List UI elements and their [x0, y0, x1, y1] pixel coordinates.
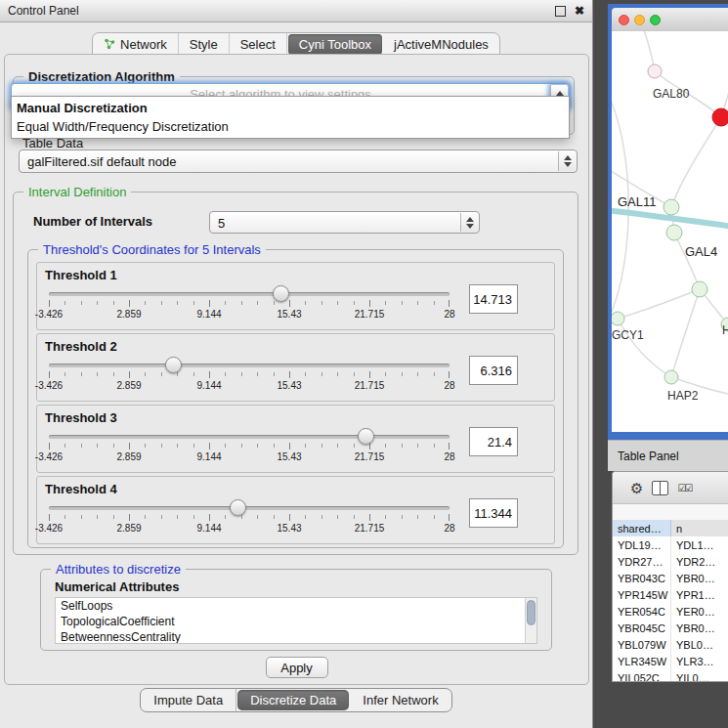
threshold-3-slider[interactable]: -3.426 2.859 9.144 15.43 21.715 28	[49, 427, 450, 466]
table-data-combo[interactable]: galFiltered.sif default node	[19, 150, 578, 173]
cyni-toolbox-panel: Discretization Algorithm Select algorith…	[4, 54, 589, 685]
table-row[interactable]: YER054C YER0…	[613, 603, 728, 620]
threshold-1-value-field[interactable]: 14.713	[469, 284, 518, 314]
table-cell[interactable]: YIL052C	[613, 669, 671, 681]
tick-label: 28	[444, 451, 454, 462]
tick-label: 28	[444, 380, 454, 391]
table-row[interactable]: YBR045C YBR0…	[613, 620, 728, 636]
tab-network[interactable]: Network	[93, 33, 179, 55]
tab-discretize-data[interactable]: Discretize Data	[237, 690, 349, 710]
tab-infer-network[interactable]: Infer Network	[350, 689, 450, 711]
table-body: YDL19… YDL1… YDR27… YDR2… YBR043C YBR0… …	[613, 536, 728, 681]
tab-select[interactable]: Select	[230, 33, 287, 55]
column-header-name[interactable]: n	[671, 520, 728, 536]
network-node[interactable]	[666, 225, 682, 240]
number-of-intervals-combo[interactable]: 5	[209, 211, 480, 234]
gear-icon[interactable]: ⚙	[630, 481, 643, 495]
scrollbar[interactable]	[525, 598, 536, 643]
table-cell[interactable]: YBL0…	[671, 636, 728, 653]
table-cell[interactable]: YIL0…	[671, 669, 728, 681]
slider-thumb[interactable]	[230, 499, 246, 516]
table-cell[interactable]: YPR145W	[613, 586, 671, 603]
network-canvas[interactable]: GAL80 GAL11 GAL4 GCY1 HAP2 H	[612, 31, 728, 432]
network-node[interactable]	[664, 199, 679, 215]
minimize-traffic-light[interactable]	[634, 15, 645, 25]
tab-jactivemnodules[interactable]: jActiveMNodules	[383, 33, 499, 55]
numerical-attributes-list[interactable]: SelfLoops TopologicalCoefficient Between…	[55, 597, 537, 644]
table-cell[interactable]: YPR1…	[671, 586, 728, 603]
combo-stepper-icon[interactable]	[460, 213, 478, 232]
table-row[interactable]: YBR043C YBR0…	[613, 570, 728, 586]
tab-style[interactable]: Style	[179, 33, 230, 55]
table-cell[interactable]: YDR2…	[671, 553, 728, 570]
threshold-label: Threshold 2	[45, 339, 554, 354]
table-cell[interactable]: YDL19…	[613, 536, 671, 553]
slider-thumb[interactable]	[273, 285, 289, 302]
network-window-titlebar	[612, 8, 728, 31]
table-cell[interactable]: YBR0…	[671, 620, 728, 636]
slider-thumb[interactable]	[165, 357, 182, 373]
list-item[interactable]: BetweennessCentrality	[56, 629, 536, 644]
slider-track[interactable]	[49, 435, 450, 439]
slider-track[interactable]	[49, 506, 450, 510]
network-node[interactable]	[664, 370, 678, 384]
table-panel-window: ⚙ ☑☑ shared… n YDL19… YDL1… YDR27… YDR2……	[612, 471, 728, 682]
popup-option-equal-width[interactable]: Equal Width/Frequency Discretization	[12, 117, 569, 136]
slider-track[interactable]	[49, 364, 450, 367]
select-columns-icon[interactable]: ☑☑	[677, 483, 691, 493]
float-window-icon[interactable]	[555, 6, 566, 17]
scrollbar-thumb[interactable]	[527, 600, 535, 625]
table-cell[interactable]: YBR0…	[671, 570, 728, 586]
threshold-4-value-field[interactable]: 11.344	[469, 498, 518, 528]
tab-cyni-toolbox[interactable]: Cyni Toolbox	[288, 34, 382, 55]
table-row[interactable]: YLR345W YLR3…	[613, 653, 728, 669]
top-tabbar: Network Style Select Cyni Toolbox jActiv…	[0, 32, 592, 56]
table-cell[interactable]: YBR045C	[613, 620, 671, 636]
table-row[interactable]: YDR27… YDR2…	[613, 553, 728, 570]
slider-thumb[interactable]	[358, 428, 374, 445]
tick-label: -3.426	[35, 451, 63, 462]
node-label: H	[722, 323, 728, 337]
apply-button[interactable]: Apply	[266, 657, 328, 678]
table-cell[interactable]: YBL079W	[613, 636, 671, 653]
table-cell[interactable]: YLR3…	[671, 653, 728, 669]
slider-minor-ticks	[49, 301, 450, 305]
table-cell[interactable]: YBR043C	[613, 570, 671, 586]
close-icon[interactable]: ✖	[575, 5, 584, 17]
table-row[interactable]: YPR145W YPR1…	[613, 586, 728, 603]
table-cell[interactable]: YLR345W	[613, 653, 671, 669]
tick-label: 2.859	[116, 451, 141, 462]
popup-option-manual[interactable]: Manual Discretization	[12, 99, 569, 117]
number-of-intervals-label: Number of Intervals	[33, 214, 152, 229]
tab-label: Infer Network	[363, 693, 438, 707]
table-row[interactable]: YIL052C YIL0…	[613, 669, 728, 681]
tick-label: 21.715	[355, 380, 385, 391]
threshold-1-slider[interactable]: -3.426 2.859 9.144 15.43 21.715 28	[49, 284, 450, 323]
list-item[interactable]: TopologicalCoefficient	[56, 614, 536, 629]
table-cell[interactable]: YER054C	[613, 603, 671, 620]
column-header-shared-name[interactable]: shared…	[613, 520, 671, 536]
threshold-4-slider[interactable]: -3.426 2.859 9.144 15.43 21.715 28	[49, 498, 450, 537]
slider-track[interactable]	[49, 292, 450, 296]
table-cell[interactable]: YDR27…	[613, 553, 671, 570]
network-node-selected[interactable]	[712, 108, 728, 126]
threshold-2-value-field[interactable]: 6.316	[469, 356, 518, 385]
thresholds-group: Threshold's Coordinates for 5 Intervals …	[27, 249, 564, 548]
tab-impute-data[interactable]: Impute Data	[141, 689, 236, 711]
network-node[interactable]	[612, 312, 624, 325]
threshold-3-value-field[interactable]: 21.4	[469, 427, 518, 456]
threshold-2-slider[interactable]: -3.426 2.859 9.144 15.43 21.715 28	[49, 356, 450, 395]
network-node[interactable]	[692, 281, 707, 297]
combo-stepper-icon[interactable]	[558, 151, 576, 171]
table-toolbar: ⚙ ☑☑	[613, 472, 728, 504]
list-item[interactable]: SelfLoops	[56, 598, 536, 614]
close-traffic-light[interactable]	[619, 15, 629, 25]
columns-icon[interactable]	[652, 481, 668, 495]
table-row[interactable]: YDL19… YDL1…	[613, 536, 728, 553]
table-row[interactable]: YBL079W YBL0…	[613, 636, 728, 653]
table-cell[interactable]: YER0…	[671, 603, 728, 620]
tick-label: 28	[444, 309, 454, 320]
table-cell[interactable]: YDL1…	[671, 536, 728, 553]
zoom-traffic-light[interactable]	[650, 15, 661, 25]
network-node[interactable]	[648, 64, 662, 78]
